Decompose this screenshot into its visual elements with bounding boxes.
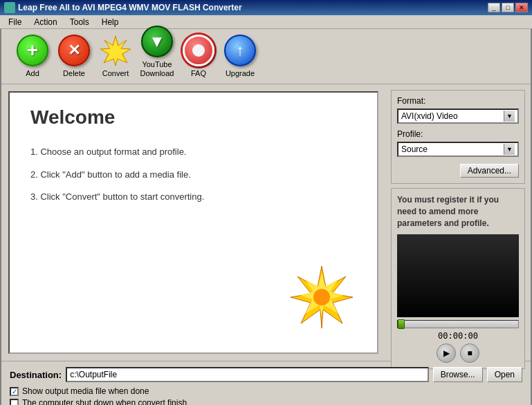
add-label: Add: [26, 69, 39, 78]
format-value: AVI(xvid) Video: [401, 111, 504, 121]
profile-dropdown-arrow: ▼: [504, 144, 515, 155]
convert-button[interactable]: Convert: [98, 34, 133, 78]
toolbar: Add Delete Convert YouTube Download: [1, 29, 531, 84]
stop-button[interactable]: ■: [460, 343, 479, 363]
add-icon: [16, 34, 49, 67]
youtube-button[interactable]: YouTube Download: [140, 25, 174, 78]
menu-action[interactable]: Action: [28, 16, 62, 28]
video-preview-inner: [397, 234, 519, 317]
step1: 1. Choose an output format and profile.: [30, 142, 356, 162]
youtube-icon: [140, 25, 174, 58]
step2: 2. Click "Add" button to add a media fil…: [30, 165, 356, 185]
menu-help[interactable]: Help: [96, 16, 125, 28]
youtube-label: YouTube Download: [140, 60, 174, 78]
content-row: Welcome 1. Choose an output format and p…: [1, 84, 531, 361]
welcome-steps: 1. Choose an output format and profile. …: [30, 142, 356, 207]
menu-bar: File Action Tools Help: [0, 15, 532, 29]
add-circle-icon: [17, 35, 48, 66]
format-dropdown-arrow: ▼: [504, 111, 515, 122]
upgrade-icon: [223, 34, 257, 67]
faq-icon: [182, 34, 215, 67]
promo-text: You must register it if you need to amen…: [397, 194, 519, 229]
title-controls: _ □ ✕: [488, 3, 528, 12]
video-time: 00:00:00: [397, 331, 519, 341]
spark-decoration: [287, 263, 356, 332]
play-icon: ▶: [443, 348, 450, 358]
faq-label: FAQ: [191, 69, 206, 78]
format-label: Format:: [397, 96, 519, 106]
app-icon: [4, 2, 15, 13]
svg-point-4: [313, 289, 330, 305]
shutdown-label: The computer shut down when convert fini…: [22, 398, 187, 405]
show-output-row: ✓ Show output media file when done: [10, 386, 522, 396]
faq-circle-icon: [183, 35, 214, 66]
video-preview: [397, 234, 519, 317]
profile-label: Profile:: [397, 129, 519, 139]
profile-value: Source: [401, 144, 504, 154]
format-select[interactable]: AVI(xvid) Video ▼: [397, 109, 519, 124]
advanced-button[interactable]: Advanced...: [460, 164, 519, 178]
delete-icon: [57, 34, 91, 67]
close-button[interactable]: ✕: [515, 3, 528, 12]
main-window: Add Delete Convert YouTube Download: [0, 29, 532, 405]
window-title: Leap Free All to AVI MPEG4 WMV MOV FLASH…: [18, 3, 242, 12]
right-panel: Format: AVI(xvid) Video ▼ Profile: Sourc…: [385, 84, 531, 361]
convert-icon: [99, 34, 132, 67]
menu-file[interactable]: File: [3, 16, 27, 28]
destination-input[interactable]: [66, 367, 429, 382]
add-button[interactable]: Add: [15, 34, 50, 78]
upgrade-label: Upgrade: [226, 69, 255, 78]
shutdown-checkbox[interactable]: [10, 399, 19, 406]
delete-button[interactable]: Delete: [57, 34, 91, 78]
open-button[interactable]: Open: [487, 367, 522, 382]
format-section: Format: AVI(xvid) Video ▼ Profile: Sourc…: [391, 90, 525, 184]
convert-label: Convert: [102, 69, 129, 78]
shutdown-row: The computer shut down when convert fini…: [10, 398, 522, 405]
minimize-button[interactable]: _: [488, 3, 500, 12]
bottom-bar: Destination: Browse... Open ✓ Show outpu…: [1, 361, 531, 405]
show-output-label: Show output media file when done: [22, 386, 149, 396]
maximize-button[interactable]: □: [502, 3, 514, 12]
upgrade-button[interactable]: Upgrade: [223, 34, 257, 78]
stop-icon: ■: [467, 348, 472, 358]
left-panel: Welcome 1. Choose an output format and p…: [1, 84, 385, 361]
profile-select[interactable]: Source ▼: [397, 142, 519, 157]
faq-button[interactable]: FAQ: [181, 34, 216, 78]
play-button[interactable]: ▶: [437, 343, 456, 363]
starburst-svg: [100, 35, 131, 66]
browse-button[interactable]: Browse...: [433, 367, 483, 382]
step3: 3. Click "Convert" button to start conve…: [30, 187, 356, 207]
show-output-checkbox[interactable]: ✓: [10, 387, 19, 396]
delete-label: Delete: [63, 69, 85, 78]
promo-section: You must register it if you need to amen…: [391, 188, 525, 369]
title-bar: Leap Free All to AVI MPEG4 WMV MOV FLASH…: [0, 0, 532, 15]
delete-circle-icon: [58, 35, 90, 66]
title-bar-left: Leap Free All to AVI MPEG4 WMV MOV FLASH…: [4, 2, 242, 13]
menu-tools[interactable]: Tools: [64, 16, 95, 28]
video-progress-bar[interactable]: [397, 320, 519, 328]
video-controls: ▶ ■: [397, 343, 519, 363]
destination-label: Destination:: [10, 370, 62, 380]
progress-thumb: [398, 319, 405, 329]
welcome-title: Welcome: [30, 106, 356, 129]
welcome-box: Welcome 1. Choose an output format and p…: [8, 91, 378, 354]
destination-row: Destination: Browse... Open: [10, 367, 522, 382]
youtube-circle-icon: [141, 26, 173, 57]
upgrade-circle-icon: [224, 35, 256, 66]
